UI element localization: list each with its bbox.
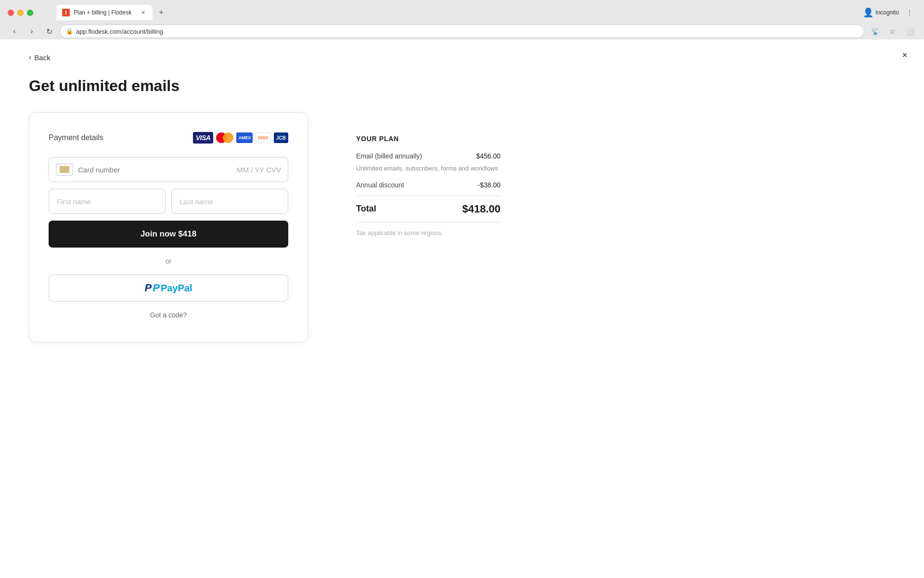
- expiry-cvv-placeholder: MM / YY CVV: [237, 166, 281, 174]
- page-content: × ‹ Back Get unlimited emails Payment de…: [0, 39, 924, 578]
- browser-menu-button[interactable]: ⋮: [903, 6, 916, 19]
- paypal-button[interactable]: PP PayPal: [49, 275, 288, 302]
- forward-nav-button[interactable]: ›: [25, 25, 38, 38]
- plan-email-price: $456.00: [476, 152, 500, 160]
- plan-email-label: Email (billed annually): [356, 152, 422, 160]
- card-number-field[interactable]: MM / YY CVV: [49, 157, 288, 182]
- card-logos: VISA AMEX DISC JCB: [193, 132, 288, 144]
- plan-discount-value: -$38.00: [478, 181, 500, 189]
- card-chip-icon: [56, 163, 73, 176]
- payment-section-label: Payment details: [49, 133, 103, 142]
- page-layout: Get unlimited emails Payment details VIS…: [0, 62, 578, 358]
- tab-favicon: f: [62, 9, 70, 16]
- total-value: $418.00: [462, 203, 500, 215]
- browser-actions: 👤 Incognito ⋮: [863, 6, 916, 19]
- left-column: Get unlimited emails Payment details VIS…: [29, 77, 318, 342]
- plan-discount-label: Annual discount: [356, 181, 404, 189]
- url-text: app.flodesk.com/account/billing: [76, 28, 163, 35]
- card-number-input[interactable]: [78, 166, 232, 174]
- tax-note: Tax applicable in some regions: [356, 229, 500, 236]
- last-name-input[interactable]: [171, 189, 288, 214]
- payment-card: Payment details VISA AMEX DISC: [29, 112, 308, 342]
- lock-icon: 🔒: [66, 28, 73, 35]
- total-row: Total $418.00: [356, 203, 500, 215]
- payment-header: Payment details VISA AMEX DISC: [49, 132, 288, 144]
- first-name-input[interactable]: [49, 189, 166, 214]
- incognito-badge: 👤 Incognito: [863, 7, 899, 18]
- discover-logo: DISC: [256, 132, 271, 143]
- tab-close-button[interactable]: ✕: [139, 9, 147, 16]
- join-now-button[interactable]: Join now $418: [49, 221, 288, 248]
- cast-button[interactable]: 📡: [868, 25, 882, 38]
- back-chevron-icon: ‹: [29, 53, 31, 62]
- maximize-window-button[interactable]: [27, 10, 33, 16]
- got-code-link[interactable]: Got a code?: [49, 311, 288, 319]
- close-button[interactable]: ×: [897, 47, 912, 63]
- plan-section-title: YOUR PLAN: [356, 135, 500, 143]
- plan-description: Unlimited emails, subscribers, forms and…: [356, 164, 500, 173]
- mastercard-logo: [216, 132, 233, 144]
- tab-title: Plan + billing | Flodesk: [74, 9, 135, 16]
- right-column: YOUR PLAN Email (billed annually) $456.0…: [356, 77, 500, 342]
- close-window-button[interactable]: [8, 10, 14, 16]
- name-row: [49, 189, 288, 214]
- address-bar-row: ‹ › ↻ 🔒 app.flodesk.com/account/billing …: [0, 22, 924, 40]
- plan-email-row: Email (billed annually) $456.00: [356, 152, 500, 160]
- visa-logo: VISA: [193, 132, 214, 144]
- back-label: Back: [34, 53, 50, 62]
- extensions-button[interactable]: ⬜: [903, 25, 916, 38]
- minimize-window-button[interactable]: [17, 10, 24, 16]
- plan-divider-2: [356, 222, 500, 223]
- mc-orange-circle: [223, 132, 233, 143]
- plan-divider: [356, 196, 500, 196]
- active-tab[interactable]: f Plan + billing | Flodesk ✕: [56, 5, 153, 20]
- plan-discount-row: Annual discount -$38.00: [356, 181, 500, 189]
- new-tab-button[interactable]: +: [154, 6, 168, 19]
- traffic-lights: [8, 10, 33, 16]
- back-nav-button[interactable]: ‹: [8, 25, 21, 38]
- address-bar[interactable]: 🔒 app.flodesk.com/account/billing: [60, 25, 864, 38]
- bookmark-button[interactable]: ☆: [886, 25, 899, 38]
- tab-bar: f Plan + billing | Flodesk ✕ +: [49, 5, 176, 20]
- amex-logo: AMEX: [236, 132, 253, 143]
- page-title: Get unlimited emails: [29, 77, 318, 95]
- reload-button[interactable]: ↻: [42, 25, 56, 38]
- total-label: Total: [356, 204, 376, 214]
- browser-chrome: f Plan + billing | Flodesk ✕ + 👤 Incogni…: [0, 0, 924, 39]
- back-link[interactable]: ‹ Back: [0, 39, 51, 62]
- or-divider: or: [49, 257, 288, 265]
- jcb-logo: JCB: [274, 132, 288, 143]
- incognito-label: Incognito: [875, 9, 899, 16]
- paypal-logo: PP PayPal: [145, 282, 192, 294]
